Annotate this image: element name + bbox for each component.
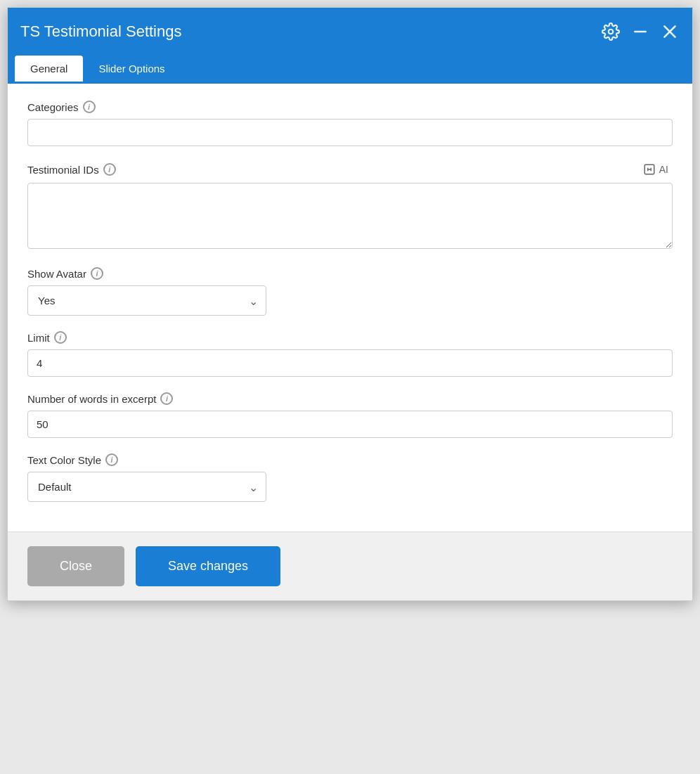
testimonial-ids-label-container: Testimonial IDs i [27, 163, 116, 176]
testimonial-ids-textarea[interactable] [27, 183, 673, 249]
show-avatar-group: Show Avatar i Yes No ⌄ [27, 267, 673, 316]
words-excerpt-info-icon[interactable]: i [160, 392, 173, 405]
tab-general[interactable]: General [15, 56, 83, 82]
limit-info-icon[interactable]: i [54, 331, 67, 344]
show-avatar-label-row: Show Avatar i [27, 267, 673, 280]
testimonial-ids-label-row: Testimonial IDs i AI [27, 162, 673, 177]
title-bar-controls [601, 22, 680, 41]
title-bar: TS Testimonial Settings [8, 8, 692, 56]
show-avatar-select-wrapper: Yes No ⌄ [27, 285, 266, 316]
text-color-style-label-row: Text Color Style i [27, 453, 673, 466]
minimize-icon[interactable] [630, 22, 650, 41]
text-color-style-select[interactable]: Default Light Dark [27, 472, 266, 502]
categories-input[interactable] [27, 119, 673, 146]
ai-button-label: AI [659, 164, 668, 175]
limit-label: Limit [27, 332, 50, 344]
content-area: Categories i Testimonial IDs i [8, 84, 692, 531]
testimonial-ids-label: Testimonial IDs [27, 164, 99, 176]
testimonial-ids-info-icon[interactable]: i [103, 163, 116, 176]
save-changes-button[interactable]: Save changes [136, 546, 280, 586]
tab-slider-options[interactable]: Slider Options [83, 56, 180, 82]
categories-label-row: Categories i [27, 101, 673, 113]
categories-info-icon[interactable]: i [83, 101, 96, 113]
text-color-style-select-wrapper: Default Light Dark ⌄ [27, 472, 266, 502]
text-color-style-label: Text Color Style [27, 454, 101, 466]
categories-label: Categories [27, 101, 79, 113]
text-color-style-group: Text Color Style i Default Light Dark ⌄ [27, 453, 673, 502]
window-title: TS Testimonial Settings [20, 22, 181, 41]
ai-button[interactable]: AI [639, 162, 673, 177]
testimonial-ids-group: Testimonial IDs i AI [27, 162, 673, 252]
settings-icon[interactable] [601, 22, 621, 41]
close-icon[interactable] [660, 22, 680, 41]
show-avatar-info-icon[interactable]: i [91, 267, 103, 280]
show-avatar-select[interactable]: Yes No [27, 285, 266, 316]
text-color-style-info-icon[interactable]: i [105, 453, 118, 466]
footer-bar: Close Save changes [8, 531, 692, 600]
limit-input[interactable] [27, 349, 673, 377]
svg-point-0 [609, 30, 614, 34]
limit-group: Limit i [27, 331, 673, 377]
show-avatar-label: Show Avatar [27, 268, 86, 280]
categories-group: Categories i [27, 101, 673, 146]
close-button[interactable]: Close [27, 546, 124, 586]
words-excerpt-group: Number of words in excerpt i [27, 392, 673, 438]
dialog-window: TS Testimonial Settings [7, 7, 693, 601]
limit-label-row: Limit i [27, 331, 673, 344]
words-excerpt-label-row: Number of words in excerpt i [27, 392, 673, 405]
tab-bar: General Slider Options [8, 56, 692, 84]
words-excerpt-input[interactable] [27, 411, 673, 438]
words-excerpt-label: Number of words in excerpt [27, 393, 156, 405]
